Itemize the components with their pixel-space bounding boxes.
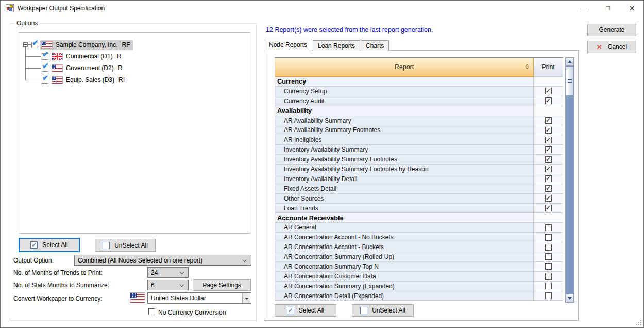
print-checkbox-checked[interactable]: ✓: [545, 97, 552, 104]
report-row[interactable]: AR Availability Summary Footnotes✓: [275, 125, 563, 135]
print-checkbox[interactable]: [545, 292, 552, 299]
print-checkbox-checked[interactable]: ✓: [545, 137, 552, 143]
scroll-down-button[interactable]: [566, 294, 574, 302]
report-row[interactable]: Currency Setup✓: [275, 87, 563, 96]
maximize-button[interactable]: □: [596, 1, 620, 16]
report-row[interactable]: AR Availability Summary✓: [275, 116, 563, 126]
tree-expand-icon[interactable]: [23, 42, 28, 47]
print-checkbox[interactable]: [545, 224, 552, 231]
print-checkbox-checked[interactable]: ✓: [545, 175, 552, 182]
checkbox-checked-icon[interactable]: ✔: [31, 42, 38, 48]
grid-group-row[interactable]: Availability: [275, 106, 563, 116]
print-checkbox-checked[interactable]: ✓: [545, 88, 552, 94]
report-row[interactable]: AR Concentration Account - No Buckets: [275, 233, 563, 242]
tab-loan-reports[interactable]: Loan Reports: [313, 40, 360, 51]
report-row[interactable]: Currency Audit✓: [275, 96, 563, 106]
tree-node-content[interactable]: Government (D2)R: [50, 63, 125, 73]
close-button[interactable]: ✕: [620, 1, 644, 16]
page-settings-button[interactable]: Page Settings: [193, 279, 251, 291]
report-row[interactable]: AR Ineligibles✓: [275, 135, 563, 145]
stats-months-dropdown[interactable]: 6: [147, 280, 189, 290]
print-cell: [534, 272, 563, 282]
output-option-label: Output Option:: [13, 257, 54, 264]
trend-months-dropdown[interactable]: 24: [147, 267, 189, 278]
tree-node[interactable]: ✔Government (D2)R: [42, 62, 125, 74]
flag-us-icon: [52, 64, 63, 72]
tree-node-content[interactable]: Equip. Sales (D3)RI: [50, 75, 127, 85]
report-row[interactable]: AR Concentration Customer Data: [275, 272, 563, 282]
report-row[interactable]: Inventory Availability Summary✓: [275, 145, 563, 155]
print-checkbox-checked[interactable]: ✓: [545, 156, 552, 163]
currency-combo[interactable]: United States Dollar: [147, 292, 251, 304]
print-checkbox-checked[interactable]: ✓: [545, 185, 552, 192]
print-checkbox-checked[interactable]: ✓: [545, 205, 552, 211]
print-checkbox-checked[interactable]: ✓: [545, 146, 552, 153]
tree-node-label: Commercial (D1): [66, 53, 113, 60]
grid-select-all-button[interactable]: ✓ Select All: [275, 304, 336, 317]
node-tree[interactable]: ✔Sample Company, Inc.RF✔Commercial (D1)R…: [19, 32, 250, 234]
report-row[interactable]: AR Concentration Summary Top N: [275, 262, 563, 272]
grid-vertical-scrollbar[interactable]: [565, 57, 574, 303]
print-checkbox[interactable]: [545, 244, 552, 251]
print-checkbox[interactable]: [545, 283, 552, 289]
tree-node[interactable]: ✔Equip. Sales (D3)RI: [42, 74, 127, 86]
tab-node-reports[interactable]: Node Reports: [264, 39, 312, 51]
checkbox-checked-icon[interactable]: ✔: [42, 53, 48, 60]
checkbox-checked-icon[interactable]: ✔: [42, 65, 48, 72]
scroll-up-button[interactable]: [566, 58, 574, 66]
cancel-x-icon: ✕: [597, 43, 602, 51]
group-name: Currency: [275, 77, 534, 87]
report-row[interactable]: AR General: [275, 223, 563, 233]
minimize-button[interactable]: —: [571, 1, 595, 16]
combo-dropdown-button[interactable]: [242, 293, 250, 303]
report-row[interactable]: Inventory Availability Detail✓: [275, 174, 563, 184]
tree-unselect-all-button[interactable]: UnSelect All: [95, 239, 156, 252]
print-checkbox-checked[interactable]: ✓: [545, 117, 552, 124]
grid-group-row[interactable]: Accounts Receivable: [275, 213, 563, 223]
report-name: AR Availability Summary: [275, 116, 534, 126]
report-row[interactable]: AR Concentration Account - Buckets: [275, 242, 563, 252]
grid-group-row[interactable]: Currency: [275, 77, 563, 87]
title-bar[interactable]: Workpaper Output Specification — □ ✕: [1, 1, 643, 16]
report-row[interactable]: AR Concentration Detail (Expanded): [275, 291, 563, 301]
resize-grip[interactable]: [636, 320, 641, 325]
no-currency-conversion-checkbox[interactable]: [148, 308, 155, 315]
report-row[interactable]: Fixed Assets Detail✓: [275, 184, 563, 194]
report-name: AR Concentration Summary (Expanded): [275, 282, 534, 291]
report-row[interactable]: Inventory Availability Summary Footnotes…: [275, 165, 563, 174]
trend-months-label: No. of Months of Trends to Print:: [13, 269, 103, 276]
checkbox-checked-icon[interactable]: ✔: [42, 77, 48, 84]
generate-button[interactable]: Generate: [587, 24, 636, 36]
print-cell: [534, 262, 563, 272]
print-checkbox[interactable]: [545, 273, 552, 280]
tree-node[interactable]: ✔Commercial (D1)R: [42, 51, 124, 62]
print-checkbox-checked[interactable]: ✓: [545, 166, 552, 172]
tree-node-content[interactable]: Commercial (D1)R: [50, 52, 124, 61]
tree-node-content[interactable]: Sample Company, Inc.RF: [40, 40, 133, 50]
tree-select-all-button[interactable]: ✓ Select All: [19, 238, 80, 252]
report-row[interactable]: AR Concentration Summary (Rolled-Up): [275, 252, 563, 262]
print-checkbox[interactable]: [545, 263, 552, 270]
report-row[interactable]: Inventory Availability Summary Footnotes…: [275, 155, 563, 165]
report-name: AR Ineligibles: [275, 135, 534, 145]
print-checkbox-checked[interactable]: ✓: [545, 195, 552, 202]
triangle-down-icon: [568, 297, 572, 300]
tab-charts[interactable]: Charts: [361, 40, 389, 51]
report-row[interactable]: AR Concentration Summary (Expanded): [275, 282, 563, 291]
print-column-header[interactable]: Print: [534, 58, 563, 77]
no-currency-conversion-label: No Currency Conversion: [158, 309, 226, 316]
tree-connector-line: [25, 80, 41, 80]
print-checkbox-checked[interactable]: ✓: [545, 127, 552, 134]
print-cell: [534, 242, 563, 252]
grid-unselect-all-button[interactable]: UnSelect All: [352, 304, 414, 317]
output-option-dropdown[interactable]: Combined (All Nodes Selected on one repo…: [74, 255, 251, 266]
report-column-header[interactable]: Report ◊: [275, 58, 534, 77]
group-print-cell: [534, 213, 563, 223]
scrollbar-thumb[interactable]: [566, 67, 574, 96]
report-row[interactable]: Loan Trends✓: [275, 204, 563, 214]
cancel-button[interactable]: ✕ Cancel: [587, 41, 636, 53]
report-name: Inventory Availability Summary: [275, 145, 534, 155]
print-checkbox[interactable]: [545, 253, 552, 260]
print-checkbox[interactable]: [545, 234, 552, 241]
report-row[interactable]: Other Sources✓: [275, 194, 563, 204]
